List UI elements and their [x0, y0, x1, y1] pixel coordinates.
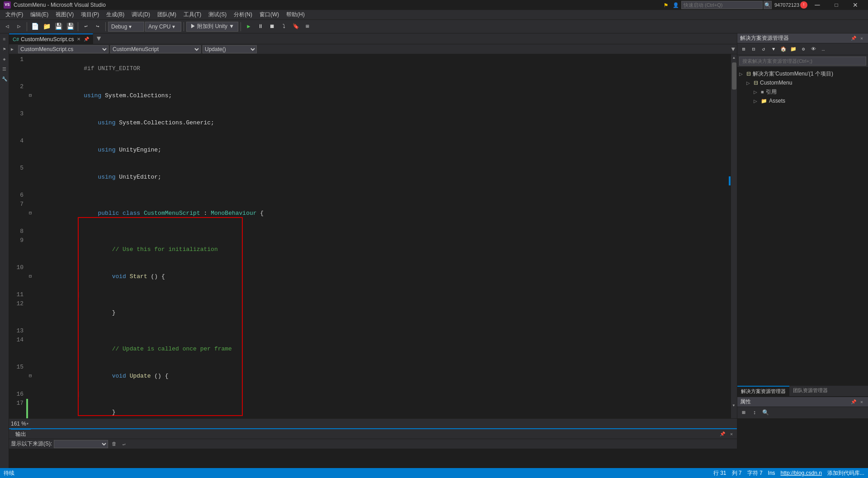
user-account[interactable]: 947072123	[774, 2, 799, 8]
left-icon-3[interactable]: ◈	[0, 55, 9, 63]
toolbar-bookmark-btn[interactable]: 🔖	[290, 21, 301, 32]
props-sort-btn[interactable]: ↕	[750, 408, 759, 417]
tab-add-button[interactable]: ▼	[93, 33, 104, 44]
toolbar-new-btn[interactable]: 📄	[29, 21, 40, 32]
se-tab-team[interactable]: 团队资源管理器	[789, 386, 831, 396]
tree-expand-solution[interactable]: ▷	[739, 71, 745, 76]
scroll-up-btn[interactable]: ▲	[731, 54, 737, 61]
tree-project[interactable]: ▷ ⊟ CustomMenu	[737, 78, 868, 87]
menu-window[interactable]: 窗口(W)	[256, 10, 283, 19]
toolbar-redo-btn[interactable]: ↪	[92, 21, 103, 32]
props-grid-btn[interactable]: ⊞	[739, 408, 748, 417]
menu-project[interactable]: 项目(P)	[77, 10, 103, 19]
toolbar-open-btn[interactable]: 📁	[41, 21, 52, 32]
scroll-thumb[interactable]	[732, 62, 736, 90]
menu-help[interactable]: 帮助(H)	[283, 10, 308, 19]
toolbar-play-btn[interactable]: ▶	[243, 21, 254, 32]
se-toolbar-filter[interactable]: ▼	[769, 45, 778, 54]
se-tab-solution[interactable]: 解决方案资源管理器	[737, 386, 789, 396]
menu-analyze[interactable]: 分析(N)	[230, 10, 256, 19]
se-toolbar-showfiles[interactable]: 📁	[789, 45, 798, 54]
menu-tools[interactable]: 工具(T)	[180, 10, 205, 19]
toolbar-pause-btn[interactable]: ⏸	[255, 21, 266, 32]
menu-test[interactable]: 测试(S)	[205, 10, 230, 19]
toolbar-back-btn[interactable]: ◁	[2, 21, 13, 32]
menu-debug[interactable]: 调试(D)	[128, 10, 154, 19]
solution-label: 解决方案'CustomMenu'(1 个项目)	[753, 70, 833, 78]
nav-class-dropdown[interactable]: CustomMenuScript	[110, 45, 201, 53]
code-content[interactable]: 1 #if UNITY_EDITOR 2 ⊟ using System.Coll…	[9, 54, 731, 418]
menu-view[interactable]: 视图(V)	[52, 10, 77, 19]
nav-collapse-btn[interactable]: ▶	[11, 47, 16, 52]
tab-close-icon[interactable]: ✕	[75, 36, 82, 43]
se-toolbar-btn2[interactable]: ⊟	[749, 45, 758, 54]
zoom-level[interactable]: 161 %	[11, 421, 26, 427]
menu-edit[interactable]: 编辑(E)	[27, 10, 52, 19]
se-toolbar-home[interactable]: 🏠	[779, 45, 788, 54]
vertical-scrollbar[interactable]: ▲ ▼	[731, 54, 737, 418]
tree-ref[interactable]: ▷ ■ 引用	[737, 87, 868, 96]
quick-search-input[interactable]	[681, 1, 763, 9]
toolbar-forward-btn[interactable]: ▷	[14, 21, 24, 32]
minimize-button[interactable]: ─	[808, 0, 826, 10]
toolbar-stop-btn[interactable]: ⏹	[267, 21, 278, 32]
zoom-dropdown-icon[interactable]: ▾	[26, 421, 29, 426]
se-pin-btn[interactable]: 📌	[850, 35, 857, 42]
se-close-btn[interactable]: ✕	[858, 35, 865, 42]
assets-icon: 📁	[761, 98, 767, 104]
tab-pin-icon[interactable]: 📌	[84, 37, 89, 42]
tree-assets[interactable]: ▷ 📁 Assets	[737, 96, 868, 105]
se-toolbar-refresh[interactable]: ↺	[759, 45, 768, 54]
left-icon-2[interactable]: ⚑	[0, 45, 9, 53]
attach-unity-btn[interactable]: ▶ 附加到 Unity ▼	[186, 22, 238, 32]
toolbar-save-btn[interactable]: 💾	[53, 21, 64, 32]
se-search-input[interactable]	[739, 57, 866, 66]
account-status-icon[interactable]: !	[800, 1, 807, 9]
status-link[interactable]: http://blog.csdn.n	[781, 470, 822, 476]
maximize-button[interactable]: □	[827, 0, 845, 10]
output-clear-btn[interactable]: 🗑	[110, 440, 118, 448]
properties-toolbar: ⊞ ↕ 🔍	[737, 407, 868, 419]
status-bar: 待续 行 31 列 7 字符 7 Ins http://blog.csdn.n …	[0, 468, 868, 478]
toolbar-nav-btn[interactable]: ⊞	[302, 21, 313, 32]
code-editor[interactable]: 1 #if UNITY_EDITOR 2 ⊟ using System.Coll…	[9, 54, 737, 418]
props-pin-btn[interactable]: 📌	[850, 398, 857, 406]
config-dropdown[interactable]: Debug ▾	[108, 22, 144, 32]
output-wrap-btn[interactable]: ↵	[120, 440, 128, 448]
left-icon-4[interactable]: ☰	[0, 65, 9, 73]
nav-file-dropdown[interactable]: CustomMenuScript.cs	[18, 45, 108, 53]
solution-tree[interactable]: ▷ ⊟ 解决方案'CustomMenu'(1 个项目) ▷ ⊟ CustomMe…	[737, 67, 868, 385]
scroll-down-btn[interactable]: ▼	[731, 402, 737, 408]
output-close-btn[interactable]: ✕	[728, 431, 735, 438]
notification-icon[interactable]: ⚑	[661, 0, 670, 9]
output-tab-label[interactable]: 输出	[11, 429, 31, 439]
tab-file[interactable]: C# CustomMenuScript.cs ✕ 📌	[9, 33, 93, 44]
left-icon-1[interactable]: ≡	[0, 35, 9, 43]
tree-expand-project[interactable]: ▷	[746, 80, 752, 85]
output-pin-btn[interactable]: 📌	[719, 431, 726, 438]
se-toolbar-more[interactable]: …	[819, 45, 828, 54]
tree-expand-assets[interactable]: ▷	[754, 99, 759, 104]
se-toolbar-btn1[interactable]: ⊞	[739, 45, 748, 54]
close-button[interactable]: ✕	[846, 0, 864, 10]
menu-team[interactable]: 团队(M)	[154, 10, 180, 19]
left-icon-5[interactable]: 🔧	[0, 75, 9, 83]
tree-solution-root[interactable]: ▷ ⊟ 解决方案'CustomMenu'(1 个项目)	[737, 69, 868, 78]
toolbar-saveall-btn[interactable]: 💾	[65, 21, 75, 32]
toolbar-step-btn[interactable]: ⤵	[278, 21, 289, 32]
status-action[interactable]: 添加到代码库...	[827, 469, 864, 477]
props-search-btn[interactable]: 🔍	[761, 408, 770, 417]
search-icon[interactable]: 🔍	[764, 1, 772, 9]
toolbar-undo-btn[interactable]: ↩	[80, 21, 91, 32]
output-source-dropdown[interactable]	[54, 440, 108, 448]
nav-method-dropdown[interactable]: Update()	[203, 45, 257, 53]
vs-account-icon[interactable]: 👤	[671, 0, 680, 9]
tree-expand-ref[interactable]: ▷	[754, 90, 759, 95]
se-toolbar-props[interactable]: ⚙	[799, 45, 808, 54]
platform-dropdown[interactable]: Any CPU ▾	[145, 22, 181, 32]
nav-expand-btn[interactable]: ▼	[731, 46, 735, 53]
se-toolbar-preview[interactable]: 👁	[809, 45, 818, 54]
menu-file[interactable]: 文件(F)	[2, 10, 27, 19]
props-close-btn[interactable]: ✕	[858, 398, 865, 406]
menu-build[interactable]: 生成(B)	[103, 10, 128, 19]
